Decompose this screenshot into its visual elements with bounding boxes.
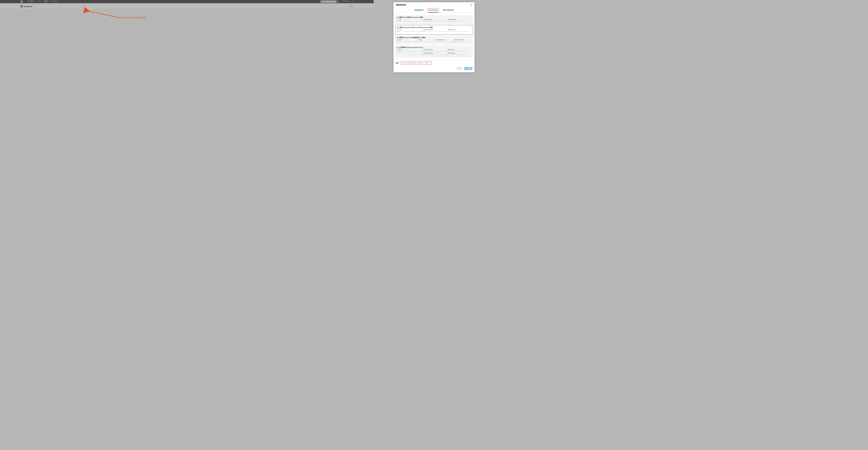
- modal-overlay: 创建部署流程 ✕ 复制现有流程 Kubernetes 腾讯云弹性伸缩 部署 He…: [0, 0, 374, 194]
